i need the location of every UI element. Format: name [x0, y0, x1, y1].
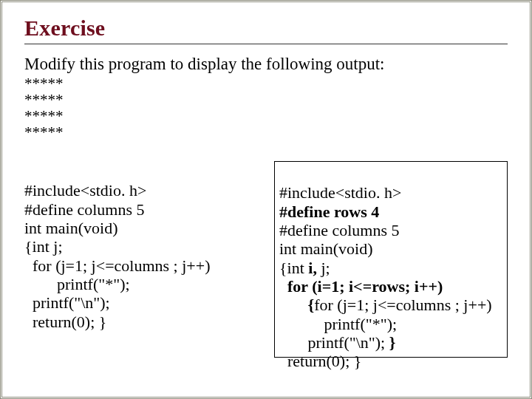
code-frag: printf("\n"); — [279, 333, 389, 352]
page-title: Exercise — [24, 16, 508, 41]
code-line: for (i=1; i<=rows; i++) — [279, 277, 443, 296]
code-frag: j; — [321, 259, 330, 277]
code-line: return(0); } — [24, 313, 106, 331]
code-line: #define columns 5 — [24, 200, 145, 219]
code-frag-new: for (i=1; i<=rows; i++) — [287, 277, 443, 296]
code-line: int main(void) — [279, 239, 372, 258]
code-line: {int i, j; — [279, 259, 330, 277]
code-line: printf("\n"); — [24, 293, 110, 312]
code-line-new: #define rows 4 — [279, 202, 379, 221]
code-frag — [279, 296, 308, 314]
code-frag: for (j=1; j<=columns ; j++) — [314, 296, 491, 314]
code-frag-new: { — [308, 296, 315, 314]
original-code: #include<stdio. h> #define columns 5 int… — [24, 161, 261, 331]
code-frag: {int — [279, 259, 308, 277]
expected-output: ***** ***** ***** ***** — [24, 75, 508, 140]
code-line: {int j; — [24, 237, 63, 256]
output-row: ***** — [24, 75, 508, 92]
exercise-prompt: Modify this program to display the follo… — [24, 55, 508, 74]
code-line: printf("\n"); } — [279, 333, 395, 352]
output-row: ***** — [24, 124, 508, 140]
code-frag-new: i, — [308, 259, 321, 277]
solution-code: #include<stdio. h> #define rows 4 #defin… — [279, 165, 502, 370]
code-line: printf("*"); — [24, 275, 130, 293]
code-line: {for (j=1; j<=columns ; j++) — [279, 296, 492, 314]
code-line: int main(void) — [24, 219, 117, 237]
code-frag — [279, 277, 287, 296]
code-columns: #include<stdio. h> #define columns 5 int… — [24, 161, 508, 358]
code-frag-new: } — [389, 333, 396, 352]
code-line: #include<stdio. h> — [279, 183, 401, 202]
code-line: for (j=1; j<=columns ; j++) — [24, 256, 210, 275]
output-row: ***** — [24, 92, 508, 108]
solution-box: #include<stdio. h> #define rows 4 #defin… — [274, 161, 508, 358]
code-line: #include<stdio. h> — [24, 181, 146, 200]
code-line: #define columns 5 — [279, 221, 400, 239]
code-line: printf("*"); — [279, 315, 397, 333]
output-row: ***** — [24, 108, 508, 124]
title-divider — [24, 44, 508, 44]
slide: Exercise Modify this program to display … — [0, 0, 532, 399]
code-line: return(0); } — [279, 352, 361, 370]
